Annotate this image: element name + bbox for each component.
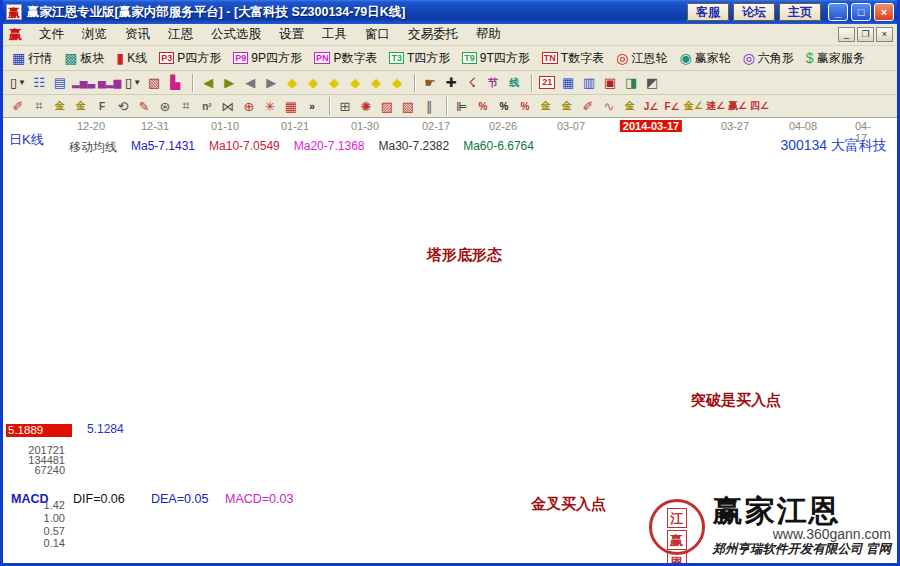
mdi-close-button[interactable]: ×	[876, 27, 893, 42]
shade-box-button[interactable]: ▨	[378, 97, 396, 115]
gann-target-button[interactable]: ⊕	[240, 97, 258, 115]
small-bars-2-button[interactable]: ▅▂▆	[98, 74, 121, 92]
line-tool-button[interactable]: 线	[505, 74, 523, 92]
hand-tool-button[interactable]: ☛	[421, 74, 439, 92]
winner-wheel-button[interactable]: ◉赢家轮	[676, 49, 733, 68]
gold-angle-button[interactable]: 金	[621, 97, 639, 115]
percent-button[interactable]: %	[495, 97, 513, 115]
candle-type-button[interactable]: ▯▼	[124, 74, 142, 92]
shade-box-2-button[interactable]: ▧	[399, 97, 417, 115]
n-square-button[interactable]: n²	[198, 97, 216, 115]
grid-box-button[interactable]: ▦	[282, 97, 300, 115]
kline-button[interactable]: ▮K线	[113, 49, 150, 68]
titlebar-button-2[interactable]: 主页	[779, 3, 821, 21]
hexagon-button[interactable]: ◎六角形	[740, 49, 797, 68]
j-angle-button[interactable]: J∠	[642, 97, 660, 115]
candle-style-button[interactable]: ▯▼	[9, 74, 27, 92]
ray-fan-button[interactable]: ✺	[357, 97, 375, 115]
four-angle-button[interactable]: 四∠	[750, 97, 769, 115]
menu-item-8[interactable]: 交易委托	[399, 24, 467, 45]
p9-square-button[interactable]: P99P四方形	[230, 49, 305, 68]
page-next-button[interactable]: ▶	[262, 74, 280, 92]
minimize-button[interactable]: _	[828, 3, 848, 21]
menu-item-6[interactable]: 工具	[313, 24, 356, 45]
mdi-minimize-button[interactable]: _	[838, 27, 855, 42]
zoom-right-button[interactable]: ◆	[304, 74, 322, 92]
quotes-button[interactable]: ▦行情	[9, 49, 55, 68]
zoom-h-expand-button[interactable]: ◆	[325, 74, 343, 92]
color-histogram-button[interactable]: ▙	[166, 74, 184, 92]
maximize-button[interactable]: □	[851, 3, 871, 21]
sectors-button[interactable]: ▩板块	[61, 49, 107, 68]
win-angle-button[interactable]: 赢∠	[728, 97, 747, 115]
t-number-table-button[interactable]: TNT数字表	[539, 49, 607, 68]
crosshair-tool-button[interactable]: ✚	[442, 74, 460, 92]
page-prev-button[interactable]: ◀	[241, 74, 259, 92]
wave-tool-button[interactable]: ∿	[600, 97, 618, 115]
user-export-button[interactable]: ◩	[643, 74, 661, 92]
grid-ruler-button[interactable]: ⌗	[30, 97, 48, 115]
parallel-lines-button[interactable]: ∥	[420, 97, 438, 115]
f-grid-button[interactable]: F	[93, 97, 111, 115]
festival-tool-button[interactable]: 节	[484, 74, 502, 92]
brush-button[interactable]: ✐	[9, 97, 27, 115]
angle-mirror-button[interactable]: ⋈	[219, 97, 237, 115]
tick-ruler-button[interactable]: ⌗	[177, 97, 195, 115]
overlay-chart-button[interactable]: ☷	[30, 74, 48, 92]
scale-tool-button[interactable]: ⊫	[453, 97, 471, 115]
jump-last-button[interactable]: ▶	[220, 74, 238, 92]
brush-2-button[interactable]: ✎	[135, 97, 153, 115]
gann-wheel-button[interactable]: ◎江恩轮	[613, 49, 670, 68]
more-tools-button[interactable]: »	[303, 97, 321, 115]
calendar-21-button[interactable]: 21	[538, 74, 556, 92]
titlebar-button-0[interactable]: 客服	[687, 3, 729, 21]
close-button[interactable]: ×	[874, 3, 894, 21]
spiral-button[interactable]: ⟲	[114, 97, 132, 115]
zoom-h-shrink-button[interactable]: ◆	[346, 74, 364, 92]
star-rays-button[interactable]: ✳	[261, 97, 279, 115]
p-number-table-button[interactable]: PNP数字表	[311, 49, 381, 68]
cursor-date-label: 2014-03-17	[620, 120, 682, 132]
calculator-button[interactable]: ▦	[559, 74, 577, 92]
pointer-tool-button[interactable]: ☇	[463, 74, 481, 92]
menu-item-0[interactable]: 文件	[30, 24, 73, 45]
main-toolbar: ▦行情▩板块▮K线P3P四方形P99P四方形PNP数字表T3T四方形T99T四方…	[3, 46, 897, 71]
titlebar-button-1[interactable]: 论坛	[733, 3, 775, 21]
menu-item-3[interactable]: 江恩	[159, 24, 202, 45]
notes-button[interactable]: ▥	[580, 74, 598, 92]
gold-angle-2-button[interactable]: 金∠	[684, 97, 703, 115]
circle-ruler-button[interactable]: ⊛	[156, 97, 174, 115]
speed-angle-button[interactable]: 速∠	[706, 97, 725, 115]
zoom-full-button[interactable]: ◆	[388, 74, 406, 92]
p9-square-icon: P9	[233, 52, 248, 64]
percent-line-button[interactable]: %	[516, 97, 534, 115]
gold-circle-button[interactable]: 金	[537, 97, 555, 115]
small-bars-button[interactable]: ▂▅▃	[72, 74, 95, 92]
zoom-left-button[interactable]: ◆	[283, 74, 301, 92]
select-box-button[interactable]: ⊞	[336, 97, 354, 115]
t-square-button[interactable]: T3T四方形	[386, 49, 453, 68]
t9-square-button[interactable]: T99T四方形	[459, 49, 533, 68]
menu-item-4[interactable]: 公式选股	[202, 24, 270, 45]
brush-3-button[interactable]: ✐	[579, 97, 597, 115]
menu-item-9[interactable]: 帮助	[467, 24, 510, 45]
pattern-zone-button[interactable]: ▧	[145, 74, 163, 92]
menu-item-7[interactable]: 窗口	[356, 24, 399, 45]
percent-strike-button[interactable]: %	[474, 97, 492, 115]
export-chart-button[interactable]: ◨	[622, 74, 640, 92]
winner-service-button[interactable]: $赢家服务	[803, 49, 868, 68]
save-disk-button[interactable]: ▣	[601, 74, 619, 92]
p-square-button[interactable]: P3P四方形	[156, 49, 224, 68]
gold-line-button[interactable]: 金	[558, 97, 576, 115]
menu-item-5[interactable]: 设置	[270, 24, 313, 45]
gold-grid-2-button[interactable]: 金	[72, 97, 90, 115]
brand-seal-icon: 江赢恩家	[649, 499, 705, 555]
f-angle-button[interactable]: F∠	[663, 97, 681, 115]
menu-item-2[interactable]: 资讯	[116, 24, 159, 45]
jump-first-button[interactable]: ◀	[199, 74, 217, 92]
info-panel-button[interactable]: ▤	[51, 74, 69, 92]
gold-grid-button[interactable]: 金	[51, 97, 69, 115]
menu-item-1[interactable]: 浏览	[73, 24, 116, 45]
mdi-restore-button[interactable]: ❐	[857, 27, 874, 42]
zoom-all-button[interactable]: ◆	[367, 74, 385, 92]
